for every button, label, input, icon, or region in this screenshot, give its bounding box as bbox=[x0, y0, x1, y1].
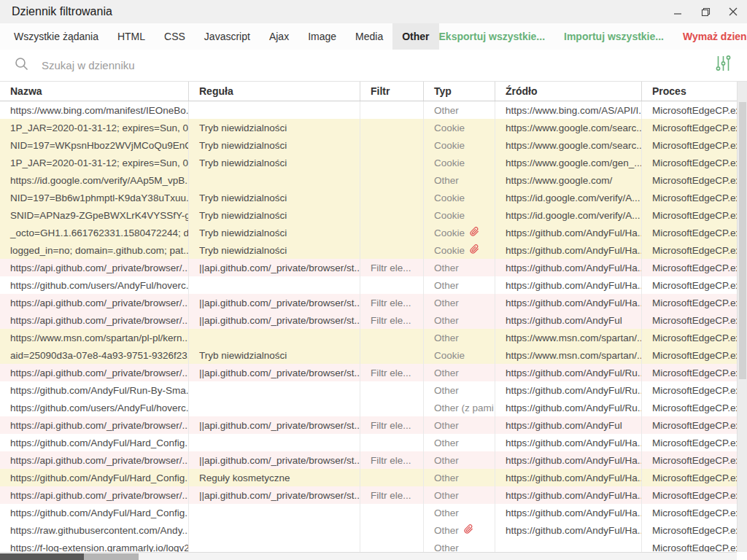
cell-filter bbox=[360, 399, 424, 416]
search-input[interactable] bbox=[42, 59, 716, 71]
cell-name: https://api.github.com/_private/browser/… bbox=[0, 364, 189, 381]
cell-source-text: https://github.com/AndyFul bbox=[506, 315, 622, 326]
cell-type: Other bbox=[424, 434, 495, 451]
cell-rule bbox=[189, 101, 360, 119]
vertical-scrollbar-thumb[interactable] bbox=[739, 102, 746, 379]
import-all-button[interactable]: Importuj wszystkie... bbox=[564, 31, 664, 42]
cell-process: MicrosoftEdgeCP.exe bbox=[642, 276, 737, 294]
cell-process: MicrosoftEdgeCP.exe bbox=[642, 469, 737, 486]
cell-source-text: https://github.com/AndyFul/Ru... bbox=[506, 402, 642, 413]
table-row[interactable]: https://api.github.com/_private/browser/… bbox=[0, 364, 737, 381]
cell-rule-text: ||api.github.com/_private/browser/st... bbox=[199, 262, 360, 273]
table-row[interactable]: NID=197=Bb6w1phmptl-K9daY38uTxuu...Tryb … bbox=[0, 189, 737, 206]
table-row[interactable]: https://api.github.com/_private/browser/… bbox=[0, 486, 737, 504]
cell-source-text: https://www.google.com/gen_... bbox=[506, 158, 642, 168]
export-all-button[interactable]: Eksportuj wszystkie... bbox=[439, 31, 546, 42]
cell-filter bbox=[360, 171, 424, 189]
column-header-process[interactable]: Proces bbox=[642, 82, 737, 101]
clear-log-button[interactable]: Wymaż dziennik bbox=[683, 31, 747, 42]
table-row[interactable]: _octo=GH1.1.661762331.1580472244; do...T… bbox=[0, 224, 737, 241]
cell-type-text: Cookie bbox=[434, 210, 465, 221]
table-row[interactable]: NID=197=WKpsnHboz2WVjMCoQu9EnQ...Tryb ni… bbox=[0, 136, 737, 154]
table-row[interactable]: aid=25090d3a-07e8-4a93-9751-9326f23...Tr… bbox=[0, 346, 737, 364]
tab-css[interactable]: CSS bbox=[155, 23, 195, 50]
cell-name-text: aid=25090d3a-07e8-4a93-9751-9326f23... bbox=[10, 350, 189, 361]
cell-type: Cookie bbox=[424, 241, 495, 259]
column-header-filter[interactable]: Filtr bbox=[360, 82, 424, 101]
cell-source-text: https://github.com/AndyFul/Ha... bbox=[506, 262, 642, 273]
table-row[interactable]: https://github.com/AndyFul/Run-By-Sma...… bbox=[0, 381, 737, 399]
cell-source: https://www.msn.com/spartan/... bbox=[495, 346, 642, 364]
cell-rule: Tryb niewidzialności bbox=[189, 346, 360, 364]
cell-rule: ||api.github.com/_private/browser/st... bbox=[189, 311, 360, 329]
restore-button[interactable] bbox=[692, 0, 719, 23]
cell-type-text: Other bbox=[434, 332, 459, 343]
horizontal-scrollbar[interactable] bbox=[0, 552, 737, 560]
cell-type-text: Other bbox=[434, 525, 459, 536]
table-header: NazwaRegułaFiltrTypŹródłoProces bbox=[0, 82, 737, 101]
table-row[interactable]: SNID=APNaz9-ZGpeBWXLrK4VYSSfY-gQ...Tryb … bbox=[0, 206, 737, 224]
horizontal-scrollbar-thumb[interactable] bbox=[0, 553, 84, 560]
cell-filter-text: Filtr ele... bbox=[371, 298, 411, 308]
table-row[interactable]: https://api.github.com/_private/browser/… bbox=[0, 451, 737, 469]
cell-process-text: MicrosoftEdgeCP.exe bbox=[652, 490, 737, 501]
table-row[interactable]: https://github.com/AndyFul/Hard_Config..… bbox=[0, 434, 737, 451]
cell-filter-text: Filtr ele... bbox=[371, 315, 411, 326]
cell-type-text: Other bbox=[434, 420, 459, 431]
cell-source: https://github.com/AndyFul/Ha... bbox=[495, 259, 642, 276]
column-header-type[interactable]: Typ bbox=[424, 82, 495, 101]
table-row[interactable]: logged_in=no; domain=.github.com; pat...… bbox=[0, 241, 737, 259]
cell-process: MicrosoftEdgeCP.exe bbox=[642, 346, 737, 364]
cell-source: https://github.com/AndyFul/Ru... bbox=[495, 399, 642, 416]
search-icon bbox=[15, 57, 28, 74]
table-row[interactable]: https://api.github.com/_private/browser/… bbox=[0, 311, 737, 329]
cell-filter: Filtr ele... bbox=[360, 294, 424, 311]
cell-rule-text: Tryb niewidzialności bbox=[199, 192, 287, 203]
tab-media[interactable]: Media bbox=[346, 23, 392, 50]
table-row[interactable]: https://www.msn.com/spartan/pl-pl/kern..… bbox=[0, 329, 737, 346]
cell-type: Other bbox=[424, 364, 495, 381]
table-row[interactable]: https://github.com/AndyFul/Hard_Config..… bbox=[0, 504, 737, 521]
cell-rule bbox=[189, 171, 360, 189]
cell-filter: Filtr ele... bbox=[360, 486, 424, 504]
table-row[interactable]: https://www.bing.com/manifest/IEOneBo...… bbox=[0, 101, 737, 119]
table-row[interactable]: https://api.github.com/_private/browser/… bbox=[0, 259, 737, 276]
table-row[interactable]: https://github.com/users/AndyFul/hoverc.… bbox=[0, 399, 737, 416]
cell-process: MicrosoftEdgeCP.exe bbox=[642, 399, 737, 416]
cell-name: https://api.github.com/_private/browser/… bbox=[0, 311, 189, 329]
tab-html[interactable]: HTML bbox=[108, 23, 155, 50]
table-row[interactable]: https://github.com/AndyFul/Hard_Config..… bbox=[0, 469, 737, 486]
column-header-rule[interactable]: Reguła bbox=[189, 82, 360, 101]
table-row[interactable]: https://github.com/users/AndyFul/hoverc.… bbox=[0, 276, 737, 294]
tab-javascript[interactable]: Javascript bbox=[195, 23, 260, 50]
cell-source-text: https://www.google.com/ bbox=[506, 175, 612, 186]
cell-type-text: Cookie bbox=[434, 245, 465, 256]
cell-rule-text: Tryb niewidzialności bbox=[199, 210, 287, 221]
column-header-source[interactable]: Źródło bbox=[495, 82, 642, 101]
table-row[interactable]: 1P_JAR=2020-01-31-12; expires=Sun, 01-..… bbox=[0, 119, 737, 136]
cell-source-text: https://github.com/AndyFul/Ha... bbox=[506, 438, 642, 448]
cell-process-text: MicrosoftEdgeCP.exe bbox=[652, 140, 737, 151]
vertical-scrollbar[interactable] bbox=[737, 82, 747, 552]
column-header-name[interactable]: Nazwa bbox=[0, 82, 189, 101]
cell-type: Other (z pami bbox=[424, 399, 495, 416]
table-row[interactable]: https://id.google.com/verify/AAp5M_vpB..… bbox=[0, 171, 737, 189]
table-row[interactable]: https://api.github.com/_private/browser/… bbox=[0, 294, 737, 311]
close-button[interactable] bbox=[719, 0, 747, 23]
tab-other[interactable]: Other bbox=[392, 23, 438, 50]
cell-source-text: https://github.com/AndyFul/Ha... bbox=[506, 280, 642, 291]
cell-source-text: https://www.google.com/searc... bbox=[506, 122, 642, 133]
cell-name: aid=25090d3a-07e8-4a93-9751-9326f23... bbox=[0, 346, 189, 364]
cell-source: https://github.com/AndyFul bbox=[495, 311, 642, 329]
table-row[interactable]: https://api.github.com/_private/browser/… bbox=[0, 416, 737, 434]
filter-settings-icon[interactable] bbox=[716, 55, 731, 75]
table-row[interactable]: 1P_JAR=2020-01-31-12; expires=Sun, 01-..… bbox=[0, 154, 737, 171]
cell-process: MicrosoftEdgeCP.exe bbox=[642, 486, 737, 504]
tab-wszystkie-dania[interactable]: Wszystkie żądania bbox=[4, 23, 108, 50]
tab-ajax[interactable]: Ajax bbox=[260, 23, 298, 50]
cell-name-text: NID=197=Bb6w1phmptl-K9daY38uTxuu... bbox=[10, 192, 189, 203]
tab-image[interactable]: Image bbox=[298, 23, 346, 50]
filtering-log-window: Dziennik filtrowania bbox=[0, 0, 747, 560]
minimize-button[interactable] bbox=[664, 0, 692, 23]
table-row[interactable]: https://raw.githubusercontent.com/Andy..… bbox=[0, 521, 737, 539]
